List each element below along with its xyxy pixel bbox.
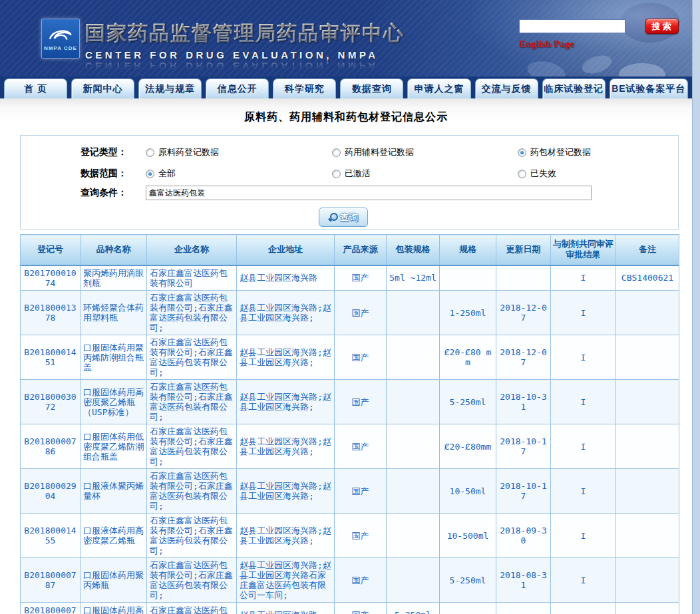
radio-option[interactable]: 原料药登记数据 <box>146 146 219 158</box>
cde-logo: NMPA CDE <box>41 19 80 59</box>
table-cell: 口服液体聚丙烯量杯 <box>81 469 147 514</box>
nav-tab-4[interactable]: 信息公开 <box>206 78 269 98</box>
nav-tab-10[interactable]: BE试验备案平台 <box>610 78 688 98</box>
site-banner: NMPA CDE 国家药品监督管理局药品审评中心 CENTER FOR DRUG… <box>0 0 692 77</box>
nav-tab-9[interactable]: 临床试验登记 <box>542 78 606 98</box>
table-cell <box>551 603 616 614</box>
table-row: B20180001378环烯烃聚合体药用塑料瓶石家庄鑫富达医药包装有限公司;石家… <box>21 291 679 335</box>
table-cell: 5ml ~12ml <box>387 265 440 291</box>
magnifier-icon <box>328 213 337 222</box>
table-cell: 1-250ml <box>440 291 496 335</box>
nav-tab-3[interactable]: 法规与规章 <box>138 78 202 98</box>
table-cell: B20180000721 <box>21 603 81 614</box>
english-page-link[interactable]: English Page <box>519 39 685 50</box>
radio-checked-icon[interactable] <box>518 148 526 157</box>
page: NMPA CDE 国家药品监督管理局药品审评中心 CENTER FOR DRUG… <box>0 0 700 614</box>
site-search-area: 搜索 English Page <box>519 19 685 50</box>
table-cell <box>387 469 440 514</box>
radio-option[interactable]: 药包材登记数据 <box>518 146 591 158</box>
table-cell: 口服固体药用聚丙烯防潮组合瓶盖 <box>81 335 147 380</box>
table-cell <box>616 291 679 335</box>
table-cell: B20180000786 <box>21 424 81 469</box>
table-cell: 口服液体药用高密度聚乙烯瓶 <box>81 514 147 558</box>
table-cell <box>496 265 551 291</box>
radio-option[interactable]: 药用辅料登记数据 <box>332 146 414 158</box>
table-cell: 口服固体药用高密度聚乙烯瓶（USP标准） <box>81 380 147 424</box>
table-cell: 国产 <box>335 380 387 424</box>
table-cell: 10-500ml <box>440 514 496 558</box>
table-cell: B20170001074 <box>21 265 81 291</box>
table-cell: 国产 <box>335 291 387 335</box>
logo-text: NMPA CDE <box>44 45 77 51</box>
table-cell: 国产 <box>335 558 387 603</box>
main-content: 原料药、药用辅料和药包材登记信息公示 登记类型： 原料药登记数据药用辅料登记数据… <box>0 98 692 614</box>
table-cell: 石家庄鑫富达医药包装有限公司;石家庄鑫富达医药包装有限公司; <box>147 424 237 469</box>
radio-option[interactable]: 已激活 <box>332 168 371 180</box>
site-search-button[interactable]: 搜索 <box>645 19 679 34</box>
table-cell: 赵县工业园区海兴路;赵县工业园区海兴路; <box>237 469 335 514</box>
table-cell: 2018-12-07 <box>496 291 551 335</box>
column-header: 品种名称 <box>81 235 147 265</box>
table-cell: 赵县工业园区海兴路 <box>237 603 335 614</box>
table-cell: B20180002904 <box>21 469 81 514</box>
main-navigation: 首 页新闻中心法规与规章信息公开科学研究数据查询申请人之窗交流与反馈临床试验登记… <box>0 77 692 98</box>
page-title: 原料药、药用辅料和药包材登记信息公示 <box>0 110 692 124</box>
banner-pills-decoration <box>619 63 665 77</box>
radio-icon[interactable] <box>332 170 341 178</box>
table-cell: 5-250ml <box>440 380 496 424</box>
radio-option[interactable]: 已失效 <box>518 168 556 180</box>
radio-checked-icon[interactable] <box>146 170 154 178</box>
table-cell: 国产 <box>335 514 387 558</box>
table-cell: 石家庄鑫富达医药包装有限公司;石家庄鑫富达医药包装有限公司; <box>147 335 237 380</box>
query-button-label: 查询 <box>340 212 359 224</box>
table-cell: 2018-10-31 <box>496 380 551 424</box>
nav-tab-5[interactable]: 科学研究 <box>273 78 336 98</box>
table-cell <box>440 265 496 291</box>
table-cell: I <box>551 469 616 514</box>
table-cell: 石家庄鑫富达医药包装有限公司;石家庄鑫富达医药包装有限公司; <box>147 469 237 514</box>
table-cell: 国产 <box>335 335 387 380</box>
table-cell <box>387 335 440 380</box>
table-cell <box>387 291 440 335</box>
table-cell: 10-50ml <box>440 469 496 514</box>
radio-icon[interactable] <box>146 148 154 157</box>
table-cell <box>387 380 440 424</box>
nav-tab-7[interactable]: 申请人之窗 <box>407 78 470 98</box>
table-cell <box>616 469 679 514</box>
table-row: B20180001451口服固体药用聚丙烯防潮组合瓶盖石家庄鑫富达医药包装有限公… <box>21 335 679 380</box>
query-condition-input[interactable] <box>146 186 592 200</box>
query-submit-button[interactable]: 查询 <box>319 208 368 227</box>
column-header: 产品来源 <box>335 235 387 265</box>
table-cell: I <box>551 265 616 291</box>
site-search-input[interactable] <box>519 19 625 33</box>
table-header-row: 登记号品种名称企业名称企业地址产品来源包装规格规格更新日期与制剂共同审评审批结果… <box>21 235 679 265</box>
table-cell: I <box>551 380 616 424</box>
table-cell <box>387 424 440 469</box>
nav-tab-1[interactable]: 首 页 <box>4 78 67 98</box>
table-cell: B20180001451 <box>21 335 81 380</box>
right-scroll-strip[interactable] <box>692 0 700 614</box>
table-cell <box>616 424 679 469</box>
column-header: 规格 <box>440 235 496 265</box>
radio-option[interactable]: 全部 <box>146 168 176 180</box>
radio-icon[interactable] <box>518 170 526 178</box>
table-cell: 石家庄鑫富达医药包装有限公司 <box>147 265 237 291</box>
table-cell: 赵县工业园区海兴路;赵县工业园区海兴路; <box>237 380 335 424</box>
nav-tab-8[interactable]: 交流与反馈 <box>475 78 538 98</box>
table-row: B20180000721口服固体药用高密度聚乙烯瓶石家庄鑫富达医药包装有限公司赵… <box>21 603 679 614</box>
site-title-english: CENTER FOR DRUG EVALUATION, NMPA <box>85 49 405 61</box>
radio-label: 已激活 <box>345 168 371 180</box>
radio-icon[interactable] <box>332 148 341 157</box>
table-cell: CBS1400621 <box>616 265 679 291</box>
table-cell: 赵县工业园区海兴路;赵县工业园区海兴路; <box>237 424 335 469</box>
table-cell <box>616 514 679 558</box>
radio-label: 药用辅料登记数据 <box>345 146 414 158</box>
radio-label: 原料药登记数据 <box>158 146 219 158</box>
banner-pills-decoration <box>526 58 568 77</box>
column-header: 登记号 <box>21 235 81 265</box>
table-cell: 赵县工业园区海兴路;赵县工业园区海兴路; <box>237 514 335 558</box>
table-cell: 赵县工业园区海兴路;赵县工业园区海兴路石家庄鑫富达医药包装有限公司一车间; <box>237 558 335 603</box>
registration-type-options: 原料药登记数据药用辅料登记数据药包材登记数据 <box>21 146 679 158</box>
nav-tab-2[interactable]: 新闻中心 <box>71 78 134 98</box>
nav-tab-6[interactable]: 数据查询 <box>340 78 403 98</box>
